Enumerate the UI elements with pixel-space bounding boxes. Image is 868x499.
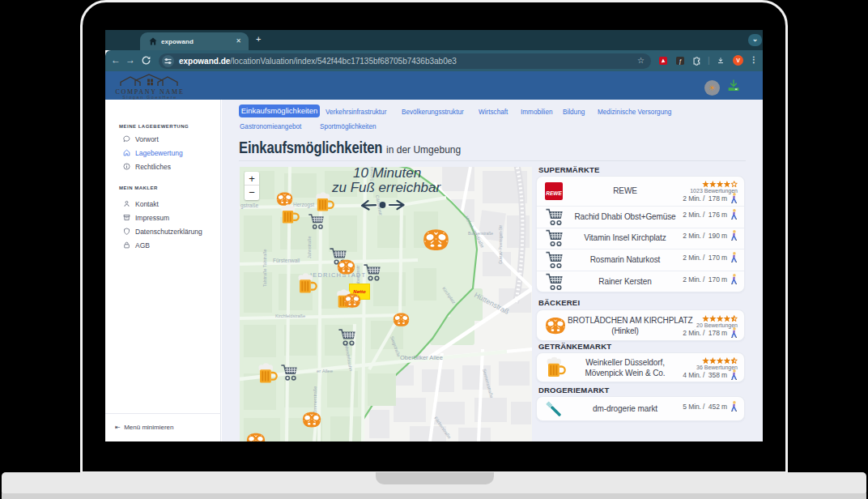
svg-text:gstraße: gstraße (240, 203, 258, 209)
svg-text:Oberbilker Allee: Oberbilker Allee (400, 354, 443, 361)
svg-text:ƒ: ƒ (679, 58, 682, 65)
svg-text:Jahnstraße: Jahnstraße (307, 236, 312, 258)
svg-text:er Allee: er Allee (317, 369, 334, 373)
svg-text:Zimmerstraße: Zimmerstraße (313, 386, 317, 414)
svg-text:Kirchfeldstraße: Kirchfeldstraße (275, 313, 305, 318)
svg-text:Fürstenwall: Fürstenwall (273, 258, 300, 263)
svg-text:Talstraße Talstraße: Talstraße Talstraße (262, 249, 267, 287)
svg-text:Bunsenstraße: Bunsenstraße (468, 231, 493, 236)
svg-text:Gustav-Poensgen-Str: Gustav-Poensgen-Str (498, 225, 503, 264)
